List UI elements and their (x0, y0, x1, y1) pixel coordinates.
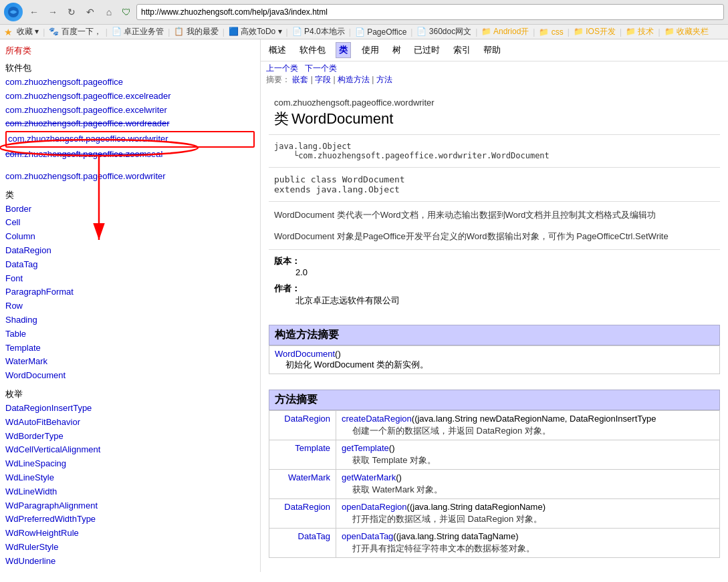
next-class-link[interactable]: 下一个类 (305, 63, 337, 73)
sidebar-enum-wdbordertype[interactable]: WdBorderType (5, 430, 255, 444)
bookmark-tech[interactable]: 📁 技术 (626, 26, 654, 37)
sidebar-class-cell[interactable]: Cell (5, 216, 255, 230)
author-block: 作者： 北京卓正志远软件有限公司 (269, 280, 720, 309)
tab-help[interactable]: 帮助 (481, 43, 503, 57)
refresh-button[interactable]: ↻ (64, 5, 79, 19)
desc-divider (269, 249, 720, 250)
sidebar-enum-wdcellverticalalignment[interactable]: WdCellVerticalAlignment (5, 443, 255, 457)
sidebar-enum-wdpreferredwidthtype[interactable]: WdPreferredWidthType (5, 513, 255, 527)
sidebar-class-datatag[interactable]: DataTag (5, 258, 255, 272)
constructor-summary-link[interactable]: 构造方法 (338, 75, 370, 84)
method-summary-header: 方法摘要 (269, 390, 720, 410)
tab-package[interactable]: 软件包 (297, 43, 328, 57)
bookmark-360[interactable]: 📄 360doc网文 (416, 26, 471, 37)
tab-use[interactable]: 使用 (359, 43, 382, 57)
content-inner: com.zhuozhengsoft.pageoffice.wordwriter … (261, 87, 728, 563)
sidebar-enum-wdlinestyle[interactable]: WdLineStyle (5, 471, 255, 485)
sidebar-link-excelwriter[interactable]: com.zhuozhengsoft.pageoffice.excelwriter (5, 104, 255, 118)
method-table: DataRegion createDataRegion((java.lang.S… (269, 410, 720, 558)
bookmark-fav[interactable]: 📋 我的最爱 (174, 26, 218, 37)
sidebar-enum-wdrulerStyle[interactable]: WdRulerStyle (5, 541, 255, 555)
bookmark-todo[interactable]: 🟦 高效ToDo ▾ (229, 26, 282, 37)
sidebar-enum-dataregioninserttype[interactable]: DataRegionInsertType (5, 402, 255, 416)
back-button[interactable]: ← (27, 5, 41, 19)
bookmark-p4[interactable]: 📄 P4.0本地示 (292, 26, 345, 37)
sidebar-class-paragraphformat[interactable]: ParagraphFormat (5, 285, 255, 299)
bookmark-sep10: | (620, 27, 622, 37)
sidebar-class-worddocument[interactable]: WordDocument (5, 369, 255, 383)
bookmark-zz[interactable]: 📄 卓正业务管 (112, 26, 164, 37)
method-sig-2: () (396, 472, 402, 482)
sidebar-class-column[interactable]: Column (5, 230, 255, 244)
bookmark-po[interactable]: 📄 PageOffice (355, 27, 406, 37)
undo-button[interactable]: ↶ (83, 5, 98, 19)
return-type-link-3[interactable]: DataRegion (284, 502, 330, 512)
method-name-link-4[interactable]: openDataTag (342, 531, 393, 541)
sidebar-enum-wdparagraphalignment[interactable]: WdParagraphAlignment (5, 499, 255, 513)
method-summary-link[interactable]: 方法 (376, 75, 392, 84)
bookmark-css[interactable]: 📁 css (539, 27, 563, 37)
favorites-label[interactable]: 收藏 ▾ (17, 26, 39, 37)
bookmark-favorites[interactable]: 📁 收藏夹栏 (664, 26, 709, 37)
bookmark-sep2: | (168, 27, 170, 37)
sidebar-class-shading[interactable]: Shading (5, 313, 255, 327)
sidebar-class-border[interactable]: Border (5, 202, 255, 216)
tab-tree[interactable]: 树 (390, 43, 404, 57)
prev-class-link[interactable]: 上一个类 (266, 63, 298, 73)
tab-index[interactable]: 索引 (451, 43, 473, 57)
sidebar-enum-wdunderline[interactable]: WdUnderline (5, 555, 255, 569)
sidebar-link-pageoffice[interactable]: com.zhuozhengsoft.pageoffice (5, 76, 255, 90)
nested-summary-link[interactable]: 嵌套 (292, 75, 308, 84)
tab-overview[interactable]: 概述 (266, 43, 289, 57)
bookmark-sep3: | (223, 27, 225, 37)
sidebar-enum-wdautofitbehavior[interactable]: WdAutoFitBehavior (5, 416, 255, 430)
sidebar-enum-wdrowheightrule[interactable]: WdRowHeightRule (5, 527, 255, 541)
method-name-link-3[interactable]: openDataRegion (342, 502, 407, 512)
return-type-link-0[interactable]: DataRegion (284, 414, 330, 424)
home-button[interactable]: ⌂ (102, 5, 116, 19)
sidebar-class-dataregion[interactable]: DataRegion (5, 244, 255, 258)
package-section: 软件包 com.zhuozhengsoft.pageoffice com.zhu… (5, 62, 255, 162)
return-type-link-2[interactable]: WaterMark (288, 472, 330, 482)
sidebar-class-font[interactable]: Font (5, 272, 255, 286)
sidebar-enum-wdlinespacing[interactable]: WdLineSpacing (5, 457, 255, 471)
method-sig-1: () (389, 443, 395, 453)
all-classes-link[interactable]: 所有类 (5, 45, 255, 57)
sidebar-class-template[interactable]: Template (5, 341, 255, 355)
return-type-link-4[interactable]: DataTag (298, 531, 330, 541)
forward-button[interactable]: → (45, 5, 60, 19)
class-description-1: WordDocument 类代表一个Word文档，用来动态输出数据到Word文档… (269, 204, 720, 226)
breadcrumb: 上一个类 下一个类 摘要： 嵌套 | 字段 | 构造方法 | 方法 (261, 61, 728, 87)
bookmark-baidu[interactable]: 🐾 百度一下， (49, 26, 101, 37)
decl-divider (269, 201, 720, 202)
field-summary-link[interactable]: 字段 (315, 75, 331, 84)
sidebar-class-watermark[interactable]: WaterMark (5, 355, 255, 369)
address-bar[interactable] (136, 4, 724, 20)
bookmark-ios[interactable]: 📁 IOS开发 (574, 26, 616, 37)
tab-deprecated[interactable]: 已过时 (411, 43, 443, 57)
bookmark-android[interactable]: 📁 Andriod开 (481, 26, 529, 37)
bookmark-sep7: | (475, 27, 477, 37)
method-brief-1: 获取 Template 对象。 (352, 454, 714, 466)
bookmark-sep11: | (658, 27, 660, 37)
method-name-link-0[interactable]: createDataRegion (342, 414, 412, 424)
sidebar-link-excelreader[interactable]: com.zhuozhengsoft.pageoffice.excelreader (5, 90, 255, 104)
return-type-link-1[interactable]: Template (295, 443, 330, 453)
version-value: 2.0 (295, 267, 308, 277)
method-name-link-1[interactable]: getTemplate (342, 443, 389, 453)
sidebar-class-row[interactable]: Row (5, 299, 255, 313)
sidebar-enum-wdlinewidth[interactable]: WdLineWidth (5, 485, 255, 499)
current-package-link[interactable]: com.zhuozhengsoft.pageoffice.wordwriter (5, 170, 255, 184)
bookmark-sep9: | (568, 27, 570, 37)
sidebar-class-table[interactable]: Table (5, 327, 255, 341)
bookmarks-bar: ★ 收藏 ▾ | 🐾 百度一下， | 📄 卓正业务管 | 📋 我的最爱 | 🟦 … (0, 25, 728, 39)
class-declaration: public class WordDocument extends java.l… (269, 170, 720, 198)
sidebar-link-wordreader[interactable]: com.zhuozhengsoft.pageoffice.wordreader (5, 117, 255, 131)
sidebar-link-wordwriter-highlighted[interactable]: com.zhuozhengsoft.pageoffice.wordwriter (5, 131, 255, 148)
bookmark-sep6: | (410, 27, 412, 37)
tab-class[interactable]: 类 (336, 42, 351, 58)
constructor-name-link[interactable]: WordDocument (275, 349, 335, 359)
sidebar-link-zoomseal[interactable]: com.zhuozhengsoft.pageoffice.zoomseal (5, 148, 255, 162)
constructor-sig: () (335, 349, 341, 359)
method-name-link-2[interactable]: getWaterMark (342, 472, 396, 482)
